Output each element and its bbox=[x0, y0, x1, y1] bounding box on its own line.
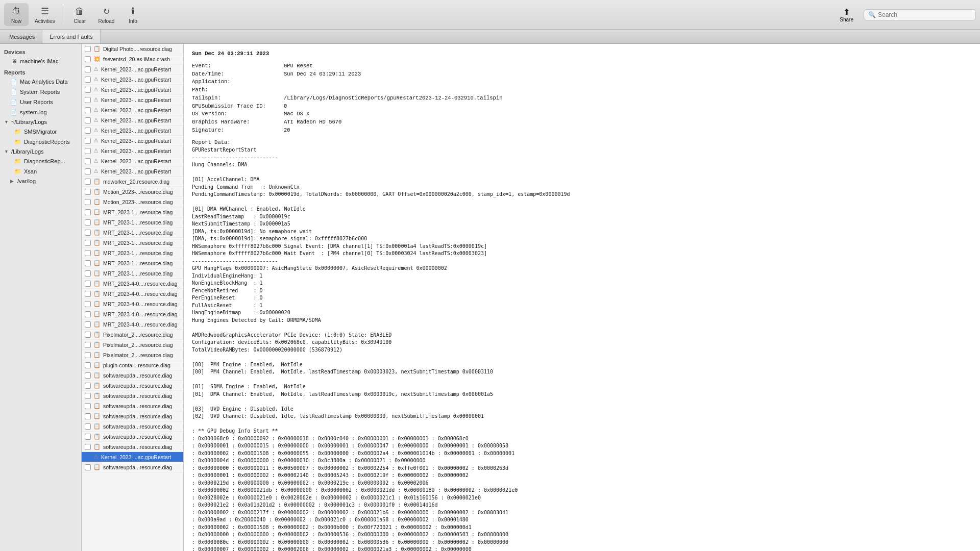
tab-messages[interactable]: Messages bbox=[2, 30, 42, 43]
file-checkbox[interactable] bbox=[85, 219, 91, 226]
file-item[interactable]: 📋plugin-contai...resource.diag bbox=[82, 360, 183, 370]
activities-button[interactable]: ☰ Activities bbox=[31, 3, 59, 26]
file-item[interactable]: 📋softwareupda...resource.diag bbox=[82, 432, 183, 442]
file-checkbox[interactable] bbox=[85, 332, 91, 338]
reload-button[interactable]: ↻ Reload bbox=[94, 3, 118, 26]
file-checkbox[interactable] bbox=[85, 148, 91, 154]
file-item[interactable]: 📋MRT_2023-1....resource.diag bbox=[82, 258, 183, 268]
file-checkbox[interactable] bbox=[85, 179, 91, 185]
share-button[interactable]: ⬆ Share bbox=[836, 5, 857, 24]
file-item[interactable]: 📋MRT_2023-4-0....resource.diag bbox=[82, 299, 183, 309]
file-item[interactable]: ⚠Kernel_2023-...ac.gpuRestart bbox=[82, 146, 183, 156]
file-checkbox[interactable] bbox=[85, 46, 91, 52]
file-item[interactable]: 📋MRT_2023-1....resource.diag bbox=[82, 268, 183, 279]
file-item[interactable]: 📋MRT_2023-1....resource.diag bbox=[82, 238, 183, 248]
file-checkbox[interactable] bbox=[85, 403, 91, 409]
sidebar-item-system-log[interactable]: 📄 system.log bbox=[0, 107, 81, 117]
file-item[interactable]: ⚠Kernel_2023-...ac.gpuRestart bbox=[82, 115, 183, 126]
file-item[interactable]: 📋MRT_2023-1....resource.diag bbox=[82, 217, 183, 228]
file-item[interactable]: 📋softwareupda...resource.diag bbox=[82, 462, 183, 472]
file-item[interactable]: ⚠Kernel_2023-...ac.gpuRestart bbox=[82, 74, 183, 85]
sidebar-item-mac-analytics[interactable]: 📄 Mac Analytics Data bbox=[0, 77, 81, 87]
file-item[interactable]: 📋mdworker_20.resource.diag bbox=[82, 177, 183, 187]
search-input[interactable] bbox=[878, 11, 971, 18]
file-item[interactable]: 📋Digital Photo....resource.diag bbox=[82, 44, 183, 54]
clear-button[interactable]: 🗑 Clear bbox=[67, 3, 92, 26]
file-item[interactable]: 📋Motion_2023-...resource.diag bbox=[82, 187, 183, 197]
file-item[interactable]: 📋MRT_2023-4-0....resource.diag bbox=[82, 309, 183, 319]
file-item[interactable]: ⚠Kernel_2023-...ac.gpuRestart bbox=[82, 64, 183, 74]
sidebar-item-user-reports[interactable]: 📄 User Reports bbox=[0, 97, 81, 107]
file-item[interactable]: 📋MRT_2023-4-0....resource.diag bbox=[82, 279, 183, 289]
file-checkbox[interactable] bbox=[85, 158, 91, 164]
file-checkbox[interactable] bbox=[85, 301, 91, 307]
file-item[interactable]: 📋MRT_2023-1....resource.diag bbox=[82, 207, 183, 217]
file-item[interactable]: 📋MRT_2023-4-0....resource.diag bbox=[82, 319, 183, 330]
file-checkbox[interactable] bbox=[85, 56, 91, 62]
file-item[interactable]: ⚠Kernel_2023-...ac.gpuRestart bbox=[82, 166, 183, 177]
file-checkbox[interactable] bbox=[85, 240, 91, 246]
file-checkbox[interactable] bbox=[85, 444, 91, 450]
file-checkbox[interactable] bbox=[85, 87, 91, 93]
file-checkbox[interactable] bbox=[85, 342, 91, 348]
library-group[interactable]: ▼ /Library/Logs bbox=[0, 147, 81, 156]
file-checkbox[interactable] bbox=[85, 464, 91, 470]
file-item[interactable]: 📋softwareupda...resource.diag bbox=[82, 381, 183, 391]
file-item[interactable]: 📋softwareupda...resource.diag bbox=[82, 391, 183, 401]
file-item[interactable]: 📋Motion_2023-...resource.diag bbox=[82, 197, 183, 207]
file-item[interactable]: 💥fseventsd_20.es-iMac.crash bbox=[82, 54, 183, 64]
sidebar-item-xsan[interactable]: 📁 Xsan bbox=[0, 166, 81, 177]
file-checkbox[interactable] bbox=[85, 352, 91, 358]
file-checkbox[interactable] bbox=[85, 362, 91, 368]
file-checkbox[interactable] bbox=[85, 117, 91, 123]
file-item[interactable]: 📋MRT_2023-1....resource.diag bbox=[82, 228, 183, 238]
file-item[interactable]: 📋MRT_2023-1....resource.diag bbox=[82, 248, 183, 258]
sidebar-item-macmachine[interactable]: 🖥 machine's iMac bbox=[0, 56, 81, 66]
file-item[interactable]: 📋MRT_2023-4-0....resource.diag bbox=[82, 289, 183, 299]
file-item[interactable]: 📋softwareupda...resource.diag bbox=[82, 421, 183, 432]
sidebar-item-smsmigrator[interactable]: 📁 SMSMigrator bbox=[0, 127, 81, 137]
sidebar-item-system-reports[interactable]: 📄 System Reports bbox=[0, 87, 81, 97]
file-checkbox[interactable] bbox=[85, 77, 91, 83]
file-item[interactable]: 📋softwareupda...resource.diag bbox=[82, 411, 183, 421]
file-checkbox[interactable] bbox=[85, 199, 91, 205]
file-item[interactable]: ⚠Kernel_2023-...ac.gpuRestart bbox=[82, 452, 183, 462]
file-checkbox[interactable] bbox=[85, 393, 91, 399]
file-item[interactable]: 📋Pixelmator_2....resource.diag bbox=[82, 340, 183, 350]
file-item[interactable]: 📋softwareupda...resource.diag bbox=[82, 370, 183, 381]
file-item[interactable]: 📋softwareupda...resource.diag bbox=[82, 401, 183, 411]
file-checkbox[interactable] bbox=[85, 434, 91, 440]
file-checkbox[interactable] bbox=[85, 128, 91, 134]
file-item[interactable]: ⚠Kernel_2023-...ac.gpuRestart bbox=[82, 85, 183, 95]
file-checkbox[interactable] bbox=[85, 311, 91, 317]
file-checkbox[interactable] bbox=[85, 260, 91, 266]
file-item[interactable]: ⚠Kernel_2023-...ac.gpuRestart bbox=[82, 126, 183, 136]
library-logs-group[interactable]: ▼ ~/Library/Logs bbox=[0, 117, 81, 127]
file-checkbox[interactable] bbox=[85, 270, 91, 277]
tab-errors[interactable]: Errors and Faults bbox=[42, 30, 100, 43]
file-checkbox[interactable] bbox=[85, 321, 91, 328]
sidebar-item-diagnosticreports[interactable]: 📁 DiagnosticReports bbox=[0, 137, 81, 147]
file-checkbox[interactable] bbox=[85, 107, 91, 113]
file-checkbox[interactable] bbox=[85, 291, 91, 297]
file-item[interactable]: ⚠Kernel_2023-...ac.gpuRestart bbox=[82, 105, 183, 115]
now-button[interactable]: ⏱ Now bbox=[4, 3, 29, 26]
sidebar-item-var-log[interactable]: ▶ /var/log bbox=[0, 177, 81, 186]
file-checkbox[interactable] bbox=[85, 189, 91, 195]
file-checkbox[interactable] bbox=[85, 209, 91, 215]
file-checkbox[interactable] bbox=[85, 230, 91, 236]
file-item[interactable]: ⚠Kernel_2023-...ac.gpuRestart bbox=[82, 95, 183, 105]
file-checkbox[interactable] bbox=[85, 250, 91, 256]
file-checkbox[interactable] bbox=[85, 383, 91, 389]
file-item[interactable]: 📋Pixelmator_2....resource.diag bbox=[82, 350, 183, 360]
file-checkbox[interactable] bbox=[85, 423, 91, 430]
file-checkbox[interactable] bbox=[85, 168, 91, 174]
file-checkbox[interactable] bbox=[85, 97, 91, 103]
file-item[interactable]: ⚠Kernel_2023-...ac.gpuRestart bbox=[82, 136, 183, 146]
file-item[interactable]: ⚠Kernel_2023-...ac.gpuRestart bbox=[82, 156, 183, 166]
file-checkbox[interactable] bbox=[85, 66, 91, 72]
file-checkbox[interactable] bbox=[85, 138, 91, 144]
file-checkbox[interactable] bbox=[85, 413, 91, 419]
sidebar-item-diagnosticrep[interactable]: 📁 DiagnosticRep... bbox=[0, 156, 81, 166]
search-box[interactable]: 🔍 bbox=[864, 9, 976, 20]
